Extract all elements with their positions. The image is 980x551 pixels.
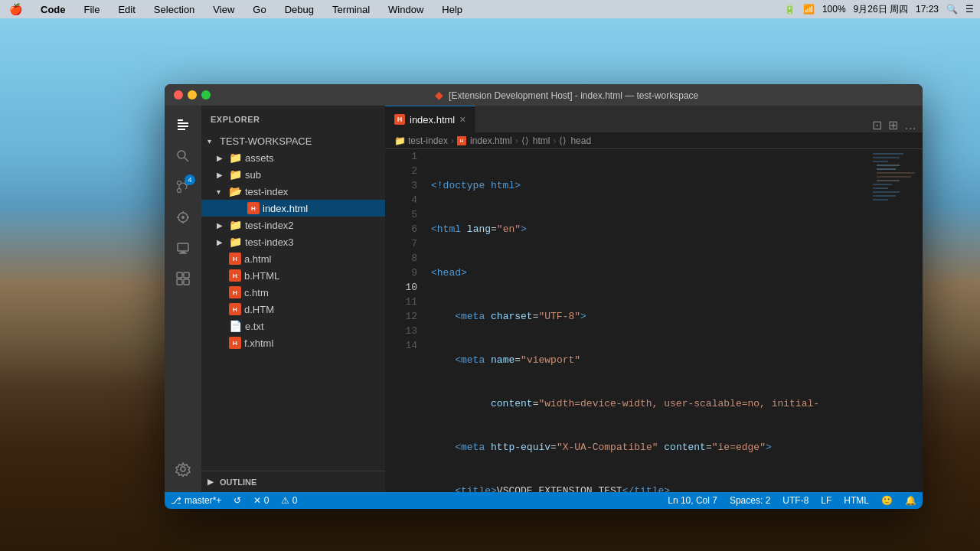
breadcrumb-workspace[interactable]: 📁 test-index — [394, 135, 448, 146]
breadcrumb-html[interactable]: ⟨⟩ html — [521, 135, 550, 146]
folder-icon: 📁 — [229, 152, 242, 164]
menu-view[interactable]: View — [210, 2, 237, 17]
folder-arrow: ▶ — [217, 171, 229, 179]
svg-rect-33 — [873, 187, 888, 189]
encoding-text: UTF-8 — [782, 495, 808, 506]
layout-icon[interactable]: ⊞ — [888, 118, 898, 132]
minimap — [869, 149, 915, 492]
menu-help[interactable]: Help — [439, 2, 466, 17]
breadcrumb-head[interactable]: ⟨⟩ head — [559, 135, 591, 146]
status-branch[interactable]: ⎇ master*+ — [165, 492, 227, 509]
svg-rect-31 — [877, 180, 900, 181]
activity-source-control[interactable]: 4 — [169, 173, 197, 201]
git-branch-icon: ⎇ — [171, 495, 181, 506]
svg-rect-26 — [873, 161, 888, 162]
wifi-icon: 📶 — [803, 4, 815, 15]
html-file-icon: H — [229, 253, 241, 265]
breadcrumb-folder-icon: 📁 — [394, 135, 406, 146]
file-label: a.html — [244, 253, 271, 265]
sidebar-item-test-index2[interactable]: ▶ 📁 test-index2 — [201, 217, 385, 233]
sidebar-item-d-htm[interactable]: ▶ H d.HTM — [201, 301, 385, 318]
sidebar-item-sub[interactable]: ▶ 📁 sub — [201, 166, 385, 183]
sidebar-item-c-htm[interactable]: ▶ H c.htm — [201, 284, 385, 301]
activity-extensions[interactable] — [169, 265, 197, 292]
activity-search[interactable] — [169, 142, 197, 170]
folder-label: test-index2 — [245, 220, 294, 231]
editor-content[interactable]: 1 2 3 4 5 6 7 8 9 10 11 12 13 14 — [385, 149, 923, 492]
svg-rect-0 — [178, 119, 183, 121]
status-errors[interactable]: ✕ 0 — [247, 492, 275, 509]
split-editor-icon[interactable]: ⊡ — [872, 118, 882, 132]
tab-close-button[interactable]: × — [459, 114, 466, 125]
line-num-12: 12 — [385, 309, 417, 324]
outline-section[interactable]: ▶ OUTLINE — [201, 471, 385, 492]
status-emoji[interactable]: 🙂 — [875, 492, 899, 509]
warning-count: ⚠ 0 — [281, 495, 297, 506]
menu-selection[interactable]: Selection — [151, 2, 198, 17]
sidebar-item-test-index[interactable]: ▾ 📂 test-index — [201, 183, 385, 200]
line-num-10: 10 — [385, 280, 417, 295]
activity-settings[interactable] — [169, 455, 197, 483]
activity-debug[interactable] — [169, 204, 197, 231]
svg-rect-3 — [178, 129, 185, 130]
breadcrumb-file[interactable]: H index.html — [457, 135, 512, 146]
breadcrumb-file-label: index.html — [470, 135, 512, 146]
file-label: d.HTM — [244, 304, 274, 315]
svg-rect-29 — [877, 172, 915, 174]
status-notification[interactable]: 🔔 — [899, 492, 923, 509]
menu-window[interactable]: Window — [385, 2, 426, 17]
line-num-7: 7 — [385, 236, 417, 251]
workspace-root[interactable]: ▾ TEST-WORKSPACE — [201, 132, 385, 149]
close-button[interactable] — [174, 90, 183, 99]
tab-index-html[interactable]: H index.html × — [385, 106, 475, 132]
html-file-icon: H — [229, 303, 241, 315]
sidebar-item-f-xhtml[interactable]: ▶ H f.xhtml — [201, 334, 385, 351]
svg-rect-21 — [177, 279, 182, 285]
expand-arrow: ▾ — [207, 137, 220, 145]
minimize-button[interactable] — [188, 90, 197, 99]
notification-icon[interactable]: ☰ — [965, 4, 974, 15]
html-file-icon: H — [229, 286, 241, 298]
apple-menu[interactable]: 🍎 — [6, 2, 25, 17]
status-spaces[interactable]: Spaces: 2 — [724, 492, 776, 509]
status-language[interactable]: HTML — [838, 492, 875, 509]
sidebar-item-test-index3[interactable]: ▶ 📁 test-index3 — [201, 233, 385, 250]
emoji-icon: 🙂 — [881, 495, 893, 506]
tab-label: index.html — [410, 114, 455, 126]
code-editor[interactable]: <!doctype html> <html lang="en"> <head> … — [423, 149, 869, 492]
menu-edit[interactable]: Edit — [115, 2, 138, 17]
menu-code[interactable]: Code — [38, 2, 69, 17]
activity-bar-bottom — [169, 455, 197, 492]
sidebar-item-a-html[interactable]: ▶ H a.html — [201, 250, 385, 267]
breadcrumb-label: test-index — [408, 135, 448, 146]
folder-arrow: ▶ — [217, 154, 229, 162]
folder-label: test-index3 — [245, 236, 294, 248]
sidebar-item-index-html[interactable]: ▶ H index.html — [201, 200, 385, 217]
folder-arrow: ▶ — [217, 221, 229, 230]
menubar: 🍎 Code File Edit Selection View Go Debug… — [0, 0, 980, 18]
activity-explorer[interactable] — [169, 112, 197, 139]
maximize-button[interactable] — [201, 90, 211, 99]
folder-open-icon: 📂 — [229, 185, 242, 197]
menu-terminal[interactable]: Terminal — [329, 2, 373, 17]
sync-icon: ↺ — [234, 495, 241, 506]
search-icon[interactable]: 🔍 — [946, 4, 958, 15]
menu-go[interactable]: Go — [250, 2, 269, 17]
status-position[interactable]: Ln 10, Col 7 — [662, 492, 724, 509]
activity-remote[interactable] — [169, 234, 197, 262]
status-eol[interactable]: LF — [815, 492, 838, 509]
status-sync[interactable]: ↺ — [227, 492, 247, 509]
line-num-2: 2 — [385, 164, 417, 178]
svg-rect-19 — [177, 272, 182, 278]
menu-debug[interactable]: Debug — [282, 2, 317, 17]
menu-file[interactable]: File — [81, 2, 103, 17]
sidebar-item-b-html[interactable]: ▶ H b.HTML — [201, 267, 385, 284]
status-encoding[interactable]: UTF-8 — [776, 492, 815, 509]
eol-text: LF — [821, 495, 831, 506]
sidebar-item-e-txt[interactable]: ▶ 📄 e.txt — [201, 318, 385, 334]
breadcrumb-sep: › — [451, 135, 454, 146]
sidebar-item-assets[interactable]: ▶ 📁 assets — [201, 149, 385, 166]
more-actions-icon[interactable]: … — [904, 119, 916, 132]
status-warnings[interactable]: ⚠ 0 — [275, 492, 303, 509]
editor-scrollbar[interactable] — [915, 149, 923, 492]
